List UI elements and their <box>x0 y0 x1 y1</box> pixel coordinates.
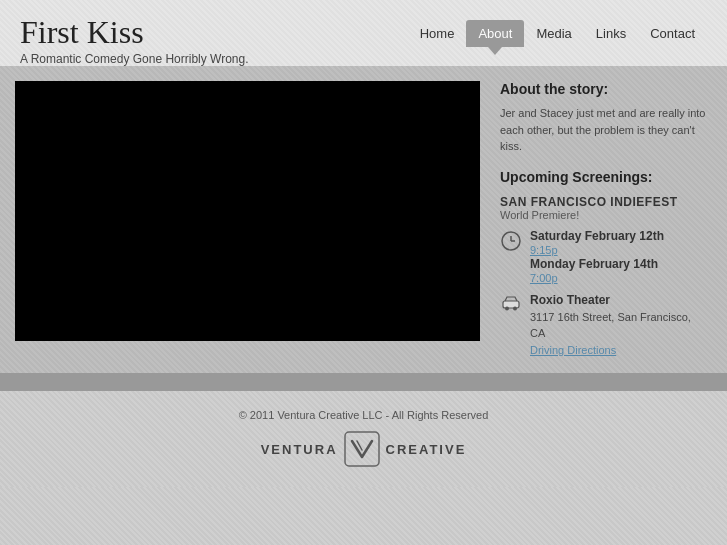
screening1-time-link[interactable]: 9:15p <box>530 244 558 256</box>
car-icon <box>500 292 522 314</box>
location-details: Roxio Theater 3117 16th Street, San Fran… <box>530 291 707 359</box>
theater-address: 3117 16th Street, San Francisco, CA <box>530 309 707 342</box>
site-subtitle: A Romantic Comedy Gone Horribly Wrong. <box>20 52 249 66</box>
screening1-date: Saturday February 12th <box>530 229 664 243</box>
venue-name: SAN FRANCISCO INDIEFEST <box>500 195 707 209</box>
screening2-date: Monday February 14th <box>530 257 664 271</box>
svg-point-4 <box>505 306 509 310</box>
screenings-title: Upcoming Screenings: <box>500 169 707 185</box>
svg-rect-3 <box>503 301 519 308</box>
world-premiere: World Premiere! <box>500 209 707 221</box>
theater-name: Roxio Theater <box>530 291 707 309</box>
header-left: First Kiss A Romantic Comedy Gone Horrib… <box>20 10 249 66</box>
nav-home[interactable]: Home <box>408 20 467 47</box>
footer-logo: VENTURA CREATIVE <box>10 431 717 467</box>
screening-details-1: Saturday February 12th 9:15p Monday Febr… <box>530 229 664 285</box>
header: First Kiss A Romantic Comedy Gone Horrib… <box>0 0 727 66</box>
footer-copyright: © 2011 Ventura Creative LLC - All Rights… <box>10 409 717 421</box>
content-area: About the story: Jer and Stacey just met… <box>0 66 727 373</box>
footer-logo-creative: CREATIVE <box>386 442 467 457</box>
driving-directions-link[interactable]: Driving Directions <box>530 344 616 356</box>
location-row: Roxio Theater 3117 16th Street, San Fran… <box>500 291 707 359</box>
info-panel: About the story: Jer and Stacey just met… <box>495 81 712 358</box>
screening2-time-link[interactable]: 7:00p <box>530 272 558 284</box>
nav-media[interactable]: Media <box>524 20 583 47</box>
screening-row-1: Saturday February 12th 9:15p Monday Febr… <box>500 229 707 285</box>
nav-contact[interactable]: Contact <box>638 20 707 47</box>
svg-point-5 <box>513 306 517 310</box>
footer: © 2011 Ventura Creative LLC - All Rights… <box>0 391 727 487</box>
site-title: First Kiss <box>20 15 249 50</box>
nav-arrow <box>488 47 502 55</box>
video-player[interactable] <box>15 81 480 341</box>
ventura-creative-logo-icon <box>344 431 380 467</box>
nav-links[interactable]: Links <box>584 20 638 47</box>
gray-bar <box>0 373 727 391</box>
clock-icon <box>500 230 522 252</box>
footer-logo-ventura: VENTURA <box>261 442 338 457</box>
nav-about[interactable]: About <box>466 20 524 47</box>
nav-about-container: About <box>466 20 524 55</box>
about-story-text: Jer and Stacey just met and are really i… <box>500 105 707 155</box>
about-story-title: About the story: <box>500 81 707 97</box>
main-nav: Home About Media Links Contact <box>408 10 707 55</box>
